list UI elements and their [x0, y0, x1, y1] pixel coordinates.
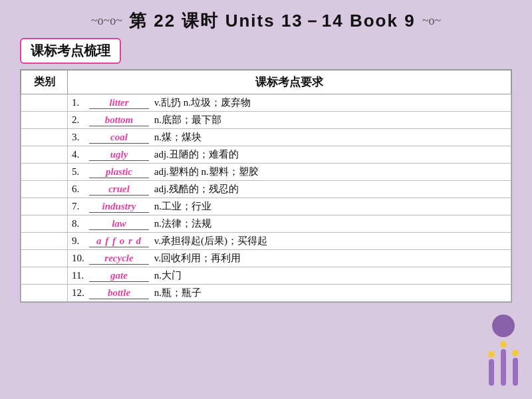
vocabulary-word: cruel — [89, 184, 149, 196]
deco-dot-3 — [512, 350, 519, 356]
category-cell — [21, 94, 68, 112]
table-row: 12.bottle n.瓶；瓶子 — [21, 285, 511, 302]
content-cell: 7.industry n.工业；行业 — [68, 198, 511, 215]
word-definition: n.法律；法规 — [152, 218, 211, 229]
vocabulary-word: bottom — [89, 114, 149, 126]
row-number: 6. — [72, 184, 86, 195]
category-cell — [21, 250, 68, 267]
table-row: 1.litter v.乱扔 n.垃圾；废弃物 — [21, 94, 511, 112]
header: ~o~o~ 第 22 课时 Units 13－14 Book 9 ~o~ — [0, 0, 532, 38]
table-row: 2.bottom n.底部；最下部 — [21, 112, 511, 129]
row-number: 5. — [72, 166, 86, 178]
table-row: 10.recycle v.回收利用；再利用 — [21, 250, 511, 267]
row-number: 2. — [72, 114, 86, 126]
vocabulary-word: bottle — [89, 287, 149, 299]
row-number: 9. — [72, 235, 86, 247]
content-cell: 9.a f f o r d v.承担得起(后果)；买得起 — [68, 233, 511, 250]
deco-stem-3 — [512, 350, 519, 386]
row-number: 3. — [72, 132, 86, 143]
col-header-category: 类别 — [21, 70, 68, 94]
row-number: 12. — [72, 287, 86, 299]
word-definition: n.大门 — [152, 270, 182, 281]
category-cell — [21, 285, 68, 302]
category-cell — [21, 215, 68, 233]
vocabulary-word: plastic — [89, 166, 149, 178]
word-definition: n.瓶；瓶子 — [152, 287, 201, 298]
col-header-requirements: 课标考点要求 — [68, 70, 511, 94]
word-definition: n.煤；煤块 — [152, 132, 201, 142]
category-cell — [21, 233, 68, 250]
vocabulary-word: litter — [89, 97, 149, 109]
category-cell — [21, 198, 68, 215]
table-row: 5.plastic adj.塑料的 n.塑料；塑胶 — [21, 164, 511, 181]
content-cell: 3.coal n.煤；煤块 — [68, 129, 511, 146]
table-row: 8.law n.法律；法规 — [21, 215, 511, 233]
deco-dot-1 — [488, 351, 495, 358]
word-definition: v.回收利用；再利用 — [152, 253, 241, 263]
vocabulary-table: 类别 课标考点要求 1.litter v.乱扔 n.垃圾；废弃物2.bottom… — [21, 70, 511, 302]
vocabulary-word: ugly — [89, 149, 149, 161]
word-definition: n.工业；行业 — [152, 201, 211, 211]
deco-stem-1 — [488, 351, 495, 386]
table-row: 4.ugly adj.丑陋的；难看的 — [21, 146, 511, 164]
table-row: 9.a f f o r d v.承担得起(后果)；买得起 — [21, 233, 511, 250]
category-cell — [21, 164, 68, 181]
content-cell: 5.plastic adj.塑料的 n.塑料；塑胶 — [68, 164, 511, 181]
word-definition: adj.丑陋的；难看的 — [152, 149, 239, 160]
category-cell — [21, 129, 68, 146]
row-number: 10. — [72, 253, 86, 264]
row-number: 7. — [72, 201, 86, 212]
vocabulary-word: law — [89, 218, 149, 230]
content-cell: 6.cruel adj.残酷的；残忍的 — [68, 181, 511, 198]
page-title: 第 22 课时 Units 13－14 Book 9 — [129, 9, 416, 33]
word-definition: adj.塑料的 n.塑料；塑胶 — [152, 166, 259, 177]
word-definition: v.乱扔 n.垃圾；废弃物 — [152, 97, 251, 108]
content-cell: 11.gate n.大门 — [68, 267, 511, 285]
deco-dot-2 — [500, 341, 507, 348]
vocabulary-word: a f f o r d — [89, 235, 149, 247]
table-row: 6.cruel adj.残酷的；残忍的 — [21, 181, 511, 198]
content-cell: 8.law n.法律；法规 — [68, 215, 511, 233]
deco-circle — [492, 315, 515, 337]
row-number: 4. — [72, 149, 86, 160]
decoration-right — [488, 315, 519, 386]
category-cell — [21, 112, 68, 129]
deco-stem-2 — [500, 341, 507, 386]
word-definition: n.底部；最下部 — [152, 114, 221, 125]
row-number: 1. — [72, 97, 86, 108]
content-cell: 12.bottle n.瓶；瓶子 — [68, 285, 511, 302]
word-definition: adj.残酷的；残忍的 — [152, 184, 239, 194]
section-label-container: 课标考点梳理 — [0, 38, 532, 69]
category-cell — [21, 267, 68, 285]
vocabulary-word: recycle — [89, 253, 149, 265]
row-number: 11. — [72, 270, 86, 281]
content-cell: 10.recycle v.回收利用；再利用 — [68, 250, 511, 267]
category-cell — [21, 181, 68, 198]
vocabulary-word: coal — [89, 132, 149, 144]
deco-left: ~o~o~ — [91, 14, 122, 28]
table-row: 7.industry n.工业；行业 — [21, 198, 511, 215]
vocabulary-word: gate — [89, 270, 149, 282]
table-row: 11.gate n.大门 — [21, 267, 511, 285]
category-cell — [21, 146, 68, 164]
deco-stems — [488, 341, 519, 386]
deco-right: ~o~ — [422, 14, 441, 28]
content-cell: 2.bottom n.底部；最下部 — [68, 112, 511, 129]
vocabulary-word: industry — [89, 201, 149, 213]
word-definition: v.承担得起(后果)；买得起 — [152, 235, 267, 246]
content-cell: 1.litter v.乱扔 n.垃圾；废弃物 — [68, 94, 511, 112]
row-number: 8. — [72, 218, 86, 229]
main-table-container: 类别 课标考点要求 1.litter v.乱扔 n.垃圾；废弃物2.bottom… — [20, 69, 512, 303]
table-row: 3.coal n.煤；煤块 — [21, 129, 511, 146]
content-cell: 4.ugly adj.丑陋的；难看的 — [68, 146, 511, 164]
section-label: 课标考点梳理 — [20, 38, 121, 64]
